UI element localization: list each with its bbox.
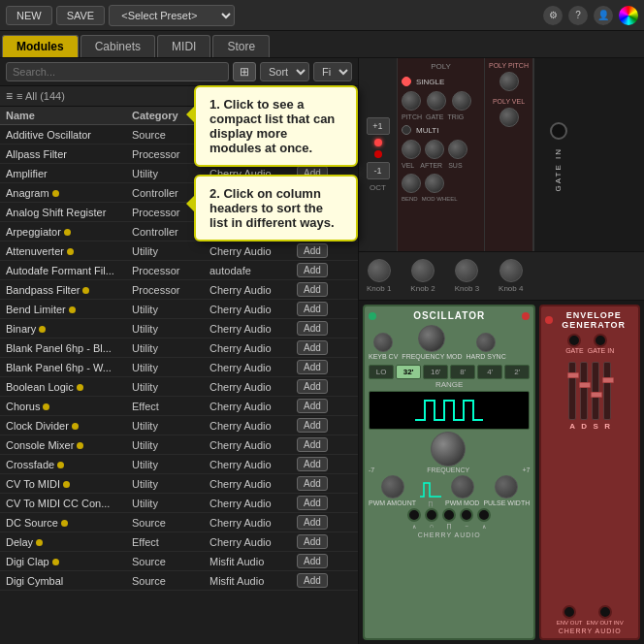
row-name: Clock Divider xyxy=(6,420,132,432)
add-button[interactable]: Add xyxy=(297,418,328,433)
release-track[interactable] xyxy=(603,362,611,420)
cv-jack-5[interactable] xyxy=(477,508,491,522)
preset-select[interactable]: <Select Preset> xyxy=(109,5,235,26)
add-button[interactable]: Add xyxy=(297,534,328,549)
trig-knob[interactable] xyxy=(452,91,471,111)
range-4[interactable]: 4' xyxy=(477,365,502,379)
after-knob[interactable] xyxy=(425,140,444,159)
row-dot xyxy=(72,423,79,430)
sus-knob[interactable] xyxy=(448,140,467,159)
freq-mod-knob[interactable] xyxy=(418,325,445,352)
frequency-knob[interactable] xyxy=(431,432,466,467)
cv-jack-4[interactable] xyxy=(460,508,473,522)
row-manufacturer: Cherry Audio xyxy=(209,381,297,393)
tab-cabinets[interactable]: Cabinets xyxy=(80,35,155,57)
grid-view-button[interactable]: ⊞ xyxy=(233,62,256,81)
add-button[interactable]: Add xyxy=(297,496,328,510)
add-button[interactable]: Add xyxy=(297,379,328,394)
oct-up-button[interactable]: +1 xyxy=(367,117,390,135)
tab-midi[interactable]: MIDI xyxy=(157,35,210,57)
poly-vel-knob[interactable] xyxy=(499,108,519,127)
row-dot xyxy=(77,442,83,449)
color-icon[interactable] xyxy=(619,6,638,25)
add-button[interactable]: Add xyxy=(297,554,328,568)
cv-ports-row: ∧ ∩ ∏ ~ ∧ xyxy=(369,508,530,530)
row-name: Crossfade xyxy=(6,459,132,470)
sort-select[interactable]: Sort xyxy=(260,62,309,81)
pwm-mod-knob[interactable] xyxy=(451,475,474,499)
add-button[interactable]: Add xyxy=(297,437,328,452)
pitch-knob[interactable] xyxy=(402,91,421,111)
pulse-width-knob[interactable] xyxy=(495,475,518,499)
add-button[interactable]: Add xyxy=(297,457,328,471)
row-action: Add xyxy=(297,554,355,568)
tab-store[interactable]: Store xyxy=(212,35,270,57)
cv-jack-1[interactable] xyxy=(407,508,421,522)
add-button[interactable]: Add xyxy=(297,399,328,413)
single-label: SINGLE xyxy=(416,78,444,86)
single-radio[interactable] xyxy=(402,77,411,86)
add-button[interactable]: Add xyxy=(297,302,328,316)
gate-in-label: GATE IN xyxy=(554,147,563,191)
row-dot xyxy=(64,229,71,236)
add-button[interactable]: Add xyxy=(297,321,328,336)
cv-port-label-5: ∧ xyxy=(482,523,486,530)
env-gate-in-jack[interactable] xyxy=(594,334,607,347)
add-button[interactable]: Add xyxy=(297,340,328,355)
poly-section: POLY SINGLE PITCH GATE TRIG xyxy=(398,58,485,251)
row-name: Binary xyxy=(6,323,132,335)
add-button[interactable]: Add xyxy=(297,476,328,491)
gate-knob[interactable] xyxy=(427,91,446,111)
keyb-cv-group: KEYB CV xyxy=(369,333,398,360)
decay-track[interactable] xyxy=(580,362,588,420)
knob-3[interactable] xyxy=(455,259,478,282)
row-name: Autodafe Formant Fil... xyxy=(6,265,132,276)
settings-icon[interactable]: ⚙ xyxy=(543,6,563,25)
env-out-group: ENV OUT xyxy=(557,605,583,626)
knob-2[interactable] xyxy=(411,259,435,282)
cv-jack-2[interactable] xyxy=(425,508,438,522)
help-icon[interactable]: ? xyxy=(568,6,588,25)
hard-sync-knob[interactable] xyxy=(476,333,496,352)
range-32[interactable]: 32' xyxy=(396,365,421,379)
bend-knob[interactable] xyxy=(402,174,421,193)
gate-port[interactable] xyxy=(550,122,567,140)
env-gate-jack[interactable] xyxy=(567,334,581,347)
pwm-amount-knob[interactable] xyxy=(381,475,404,499)
knob-1-label: Knob 1 xyxy=(367,284,391,293)
add-button[interactable]: Add xyxy=(297,243,328,258)
env-out-jack[interactable] xyxy=(563,605,576,619)
range-16[interactable]: 16' xyxy=(423,365,448,379)
range-8[interactable]: 8' xyxy=(450,365,475,379)
oct-down-button[interactable]: -1 xyxy=(367,162,390,179)
tab-modules[interactable]: Modules xyxy=(2,35,79,57)
filter-select[interactable]: Fi xyxy=(313,62,352,81)
poly-pitch-knob[interactable] xyxy=(499,72,519,91)
user-icon[interactable]: 👤 xyxy=(594,6,613,25)
bend-label: BEND xyxy=(402,196,418,202)
freq-max: +7 xyxy=(522,467,530,473)
add-button[interactable]: Add xyxy=(297,573,328,588)
range-lo[interactable]: LO xyxy=(369,365,394,379)
th-name[interactable]: Name xyxy=(6,110,132,121)
sustain-track[interactable] xyxy=(592,362,599,420)
env-out-inv-jack[interactable] xyxy=(598,605,612,619)
add-button[interactable]: Add xyxy=(297,282,328,297)
add-button[interactable]: Add xyxy=(297,263,328,277)
keyb-cv-knob[interactable] xyxy=(373,333,393,352)
knob-4[interactable] xyxy=(499,259,523,282)
knob-item-3: Knob 3 xyxy=(455,259,479,293)
row-category: Utility xyxy=(132,381,209,393)
vel-knob[interactable] xyxy=(402,140,421,159)
add-button[interactable]: Add xyxy=(297,360,328,374)
knob-1[interactable] xyxy=(368,259,391,282)
save-button[interactable]: SAVE xyxy=(56,6,106,25)
search-input[interactable] xyxy=(6,62,229,81)
mod-wheel-knob[interactable] xyxy=(425,174,444,193)
cv-jack-3[interactable] xyxy=(442,508,456,522)
new-button[interactable]: NEW xyxy=(6,6,52,25)
add-button[interactable]: Add xyxy=(297,515,328,530)
attack-track[interactable] xyxy=(568,362,576,420)
multi-radio[interactable] xyxy=(402,125,411,135)
range-2[interactable]: 2' xyxy=(504,365,530,379)
